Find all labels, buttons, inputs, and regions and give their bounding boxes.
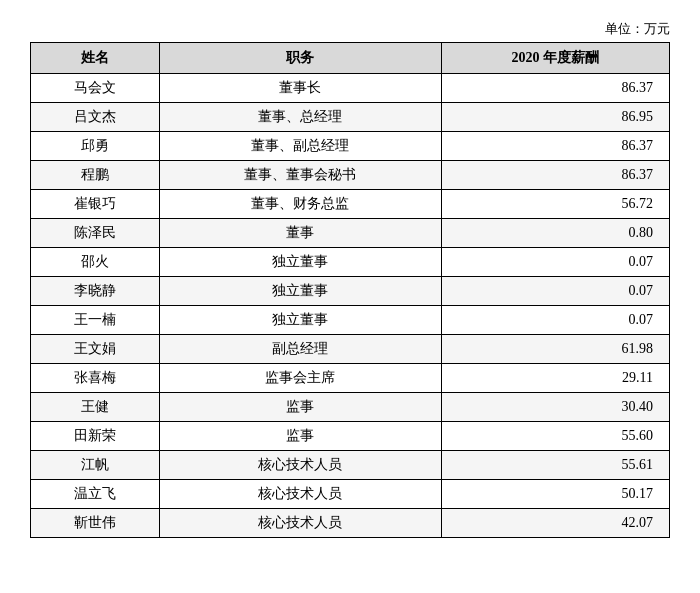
cell-name: 马会文 — [31, 74, 160, 103]
cell-name: 李晓静 — [31, 277, 160, 306]
cell-salary: 86.95 — [441, 103, 669, 132]
cell-name: 王文娟 — [31, 335, 160, 364]
table-row: 江帆核心技术人员55.61 — [31, 451, 670, 480]
cell-position: 董事、总经理 — [159, 103, 441, 132]
cell-name: 邱勇 — [31, 132, 160, 161]
table-row: 邱勇董事、副总经理86.37 — [31, 132, 670, 161]
col-header-position: 职务 — [159, 43, 441, 74]
cell-salary: 0.80 — [441, 219, 669, 248]
table-row: 张喜梅监事会主席29.11 — [31, 364, 670, 393]
cell-salary: 56.72 — [441, 190, 669, 219]
cell-salary: 86.37 — [441, 161, 669, 190]
table-row: 程鹏董事、董事会秘书86.37 — [31, 161, 670, 190]
cell-position: 独立董事 — [159, 277, 441, 306]
cell-salary: 42.07 — [441, 509, 669, 538]
cell-name: 程鹏 — [31, 161, 160, 190]
cell-position: 副总经理 — [159, 335, 441, 364]
cell-name: 崔银巧 — [31, 190, 160, 219]
cell-position: 核心技术人员 — [159, 480, 441, 509]
table-row: 吕文杰董事、总经理86.95 — [31, 103, 670, 132]
cell-name: 靳世伟 — [31, 509, 160, 538]
cell-salary: 0.07 — [441, 277, 669, 306]
cell-name: 江帆 — [31, 451, 160, 480]
cell-name: 吕文杰 — [31, 103, 160, 132]
salary-table: 姓名 职务 2020 年度薪酬 马会文董事长86.37吕文杰董事、总经理86.9… — [30, 42, 670, 538]
cell-position: 核心技术人员 — [159, 509, 441, 538]
cell-salary: 55.61 — [441, 451, 669, 480]
cell-name: 张喜梅 — [31, 364, 160, 393]
cell-name: 王一楠 — [31, 306, 160, 335]
cell-position: 董事、财务总监 — [159, 190, 441, 219]
cell-salary: 61.98 — [441, 335, 669, 364]
cell-position: 董事 — [159, 219, 441, 248]
cell-position: 核心技术人员 — [159, 451, 441, 480]
table-row: 田新荣监事55.60 — [31, 422, 670, 451]
cell-salary: 0.07 — [441, 306, 669, 335]
cell-position: 监事 — [159, 422, 441, 451]
table-row: 温立飞核心技术人员50.17 — [31, 480, 670, 509]
cell-position: 监事会主席 — [159, 364, 441, 393]
cell-position: 董事长 — [159, 74, 441, 103]
unit-label: 单位：万元 — [30, 20, 670, 38]
table-row: 邵火独立董事0.07 — [31, 248, 670, 277]
cell-salary: 55.60 — [441, 422, 669, 451]
cell-name: 王健 — [31, 393, 160, 422]
cell-salary: 86.37 — [441, 132, 669, 161]
cell-position: 董事、董事会秘书 — [159, 161, 441, 190]
table-row: 陈泽民董事0.80 — [31, 219, 670, 248]
cell-position: 监事 — [159, 393, 441, 422]
cell-salary: 50.17 — [441, 480, 669, 509]
table-row: 靳世伟核心技术人员42.07 — [31, 509, 670, 538]
cell-name: 邵火 — [31, 248, 160, 277]
table-row: 王健监事30.40 — [31, 393, 670, 422]
cell-name: 陈泽民 — [31, 219, 160, 248]
col-header-salary: 2020 年度薪酬 — [441, 43, 669, 74]
cell-name: 温立飞 — [31, 480, 160, 509]
cell-salary: 29.11 — [441, 364, 669, 393]
cell-salary: 86.37 — [441, 74, 669, 103]
table-row: 马会文董事长86.37 — [31, 74, 670, 103]
col-header-name: 姓名 — [31, 43, 160, 74]
table-row: 李晓静独立董事0.07 — [31, 277, 670, 306]
table-row: 王文娟副总经理61.98 — [31, 335, 670, 364]
cell-salary: 30.40 — [441, 393, 669, 422]
cell-position: 独立董事 — [159, 306, 441, 335]
table-row: 王一楠独立董事0.07 — [31, 306, 670, 335]
cell-name: 田新荣 — [31, 422, 160, 451]
table-row: 崔银巧董事、财务总监56.72 — [31, 190, 670, 219]
cell-salary: 0.07 — [441, 248, 669, 277]
cell-position: 董事、副总经理 — [159, 132, 441, 161]
cell-position: 独立董事 — [159, 248, 441, 277]
